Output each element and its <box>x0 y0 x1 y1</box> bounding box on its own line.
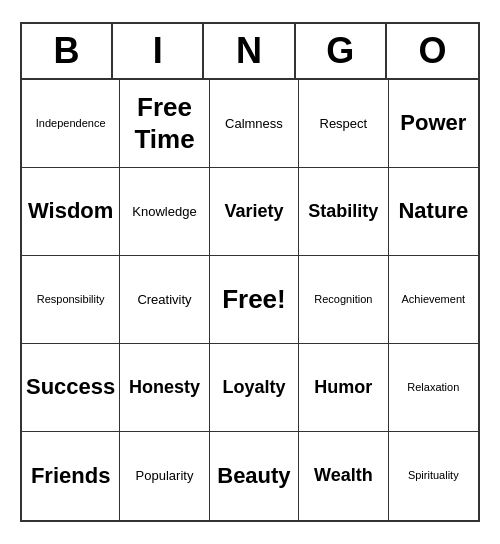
cell-label: Beauty <box>217 463 290 489</box>
header-letter: B <box>22 24 113 78</box>
cell-label: Calmness <box>225 116 283 132</box>
bingo-cell: Respect <box>299 80 388 168</box>
bingo-cell: Honesty <box>120 344 209 432</box>
cell-label: Loyalty <box>222 377 285 399</box>
bingo-grid: IndependenceFree TimeCalmnessRespectPowe… <box>22 80 478 520</box>
header-letter: N <box>204 24 295 78</box>
cell-label: Achievement <box>401 293 465 306</box>
cell-label: Power <box>400 110 466 136</box>
bingo-cell: Wisdom <box>22 168 120 256</box>
bingo-cell: Wealth <box>299 432 388 520</box>
bingo-header: BINGO <box>22 24 478 80</box>
cell-label: Free Time <box>124 92 204 154</box>
bingo-cell: Independence <box>22 80 120 168</box>
cell-label: Recognition <box>314 293 372 306</box>
bingo-cell: Humor <box>299 344 388 432</box>
bingo-cell: Friends <box>22 432 120 520</box>
cell-label: Humor <box>314 377 372 399</box>
bingo-cell: Stability <box>299 168 388 256</box>
bingo-cell: Free Time <box>120 80 209 168</box>
cell-label: Variety <box>224 201 283 223</box>
bingo-cell: Achievement <box>389 256 478 344</box>
bingo-cell: Nature <box>389 168 478 256</box>
cell-label: Creativity <box>137 292 191 308</box>
header-letter: O <box>387 24 478 78</box>
bingo-cell: Beauty <box>210 432 299 520</box>
cell-label: Nature <box>398 198 468 224</box>
header-letter: G <box>296 24 387 78</box>
cell-label: Success <box>26 374 115 400</box>
cell-label: Spirituality <box>408 469 459 482</box>
cell-label: Friends <box>31 463 110 489</box>
bingo-cell: Recognition <box>299 256 388 344</box>
bingo-cell: Calmness <box>210 80 299 168</box>
cell-label: Wisdom <box>28 198 113 224</box>
bingo-cell: Variety <box>210 168 299 256</box>
cell-label: Wealth <box>314 465 373 487</box>
bingo-cell: Popularity <box>120 432 209 520</box>
cell-label: Respect <box>320 116 368 132</box>
cell-label: Knowledge <box>132 204 196 220</box>
bingo-cell: Relaxation <box>389 344 478 432</box>
bingo-card: BINGO IndependenceFree TimeCalmnessRespe… <box>20 22 480 522</box>
cell-label: Honesty <box>129 377 200 399</box>
bingo-cell: Success <box>22 344 120 432</box>
cell-label: Free! <box>222 284 286 315</box>
cell-label: Relaxation <box>407 381 459 394</box>
bingo-cell: Spirituality <box>389 432 478 520</box>
cell-label: Independence <box>36 117 106 130</box>
cell-label: Popularity <box>136 468 194 484</box>
bingo-cell: Knowledge <box>120 168 209 256</box>
header-letter: I <box>113 24 204 78</box>
bingo-cell: Creativity <box>120 256 209 344</box>
bingo-cell: Free! <box>210 256 299 344</box>
cell-label: Responsibility <box>37 293 105 306</box>
bingo-cell: Power <box>389 80 478 168</box>
bingo-cell: Loyalty <box>210 344 299 432</box>
bingo-cell: Responsibility <box>22 256 120 344</box>
cell-label: Stability <box>308 201 378 223</box>
